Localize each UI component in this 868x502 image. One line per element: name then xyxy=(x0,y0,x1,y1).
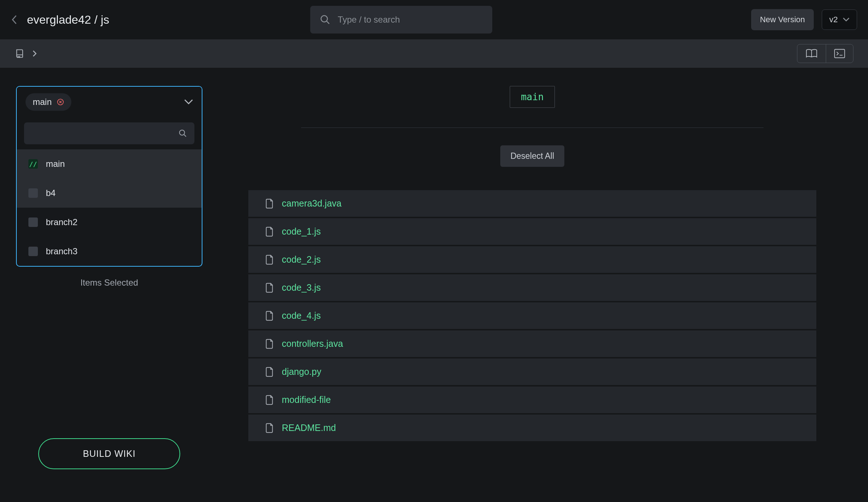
checkbox-icon[interactable] xyxy=(28,247,38,256)
terminal-view-button[interactable] xyxy=(826,44,853,63)
branch-selector-header[interactable]: main xyxy=(17,87,202,117)
file-row[interactable]: modified-file xyxy=(248,387,816,413)
file-name: modified-file xyxy=(282,395,331,405)
checkbox-icon[interactable] xyxy=(28,188,38,198)
file-icon xyxy=(266,283,274,293)
content: main Deselect All camera3d.javacode_1.js… xyxy=(218,68,868,502)
header-center xyxy=(109,6,751,34)
svg-rect-1 xyxy=(835,49,845,58)
file-icon xyxy=(266,311,274,321)
checkbox-checked-icon[interactable]: // xyxy=(28,159,38,169)
file-name: code_4.js xyxy=(282,310,321,321)
file-list: camera3d.javacode_1.jscode_2.jscode_3.js… xyxy=(248,190,816,441)
back-icon[interactable] xyxy=(11,15,18,25)
svg-point-0 xyxy=(321,16,327,22)
branch-item-label: branch2 xyxy=(46,217,78,227)
file-row[interactable]: code_1.js xyxy=(248,218,816,245)
file-name: code_3.js xyxy=(282,282,321,293)
chevron-down-icon xyxy=(843,17,849,22)
file-name: camera3d.java xyxy=(282,198,342,209)
version-label: v2 xyxy=(829,15,838,24)
main: main //mainb4branch2branch3 xyxy=(0,68,868,502)
file-icon xyxy=(266,199,274,209)
book-view-button[interactable] xyxy=(797,44,826,63)
version-dropdown[interactable]: v2 xyxy=(822,9,857,30)
branch-item-label: b4 xyxy=(46,188,56,198)
file-row[interactable]: camera3d.java xyxy=(248,190,816,217)
file-row[interactable]: controllers.java xyxy=(248,330,816,357)
deselect-all-button[interactable]: Deselect All xyxy=(500,145,564,167)
branch-item[interactable]: //main xyxy=(17,149,202,179)
file-icon xyxy=(266,339,274,349)
header: everglade42 / js New Version v2 xyxy=(0,0,868,39)
close-circle-icon[interactable] xyxy=(57,98,64,106)
file-name: controllers.java xyxy=(282,338,343,349)
file-icon xyxy=(266,395,274,405)
file-icon xyxy=(266,423,274,433)
file-icon xyxy=(266,367,274,377)
search-box[interactable] xyxy=(310,6,492,34)
branch-chip-label: main xyxy=(33,97,52,107)
file-row[interactable]: code_3.js xyxy=(248,274,816,301)
toolbar-right xyxy=(797,44,853,63)
sidebar: main //mainb4branch2branch3 xyxy=(0,68,218,502)
branch-search-row xyxy=(17,117,202,149)
branch-item[interactable]: branch3 xyxy=(17,237,202,266)
header-right: New Version v2 xyxy=(751,9,857,30)
file-icon xyxy=(266,227,274,237)
new-version-button[interactable]: New Version xyxy=(751,9,814,30)
view-toggle xyxy=(797,44,853,63)
toolbar-left xyxy=(15,48,37,59)
file-name: code_2.js xyxy=(282,254,321,265)
file-name: README.md xyxy=(282,423,336,433)
search-icon xyxy=(320,14,331,25)
branch-badge: main xyxy=(510,86,555,108)
chevron-down-icon[interactable] xyxy=(184,99,193,105)
breadcrumb-chevron-icon xyxy=(32,50,37,57)
file-row[interactable]: django.py xyxy=(248,358,816,385)
file-row[interactable]: code_2.js xyxy=(248,246,816,273)
branch-search-input[interactable] xyxy=(31,129,178,138)
file-icon xyxy=(266,255,274,265)
branch-selector: main //mainb4branch2branch3 xyxy=(16,86,202,267)
branch-item[interactable]: branch2 xyxy=(17,208,202,237)
svg-point-3 xyxy=(179,130,185,135)
repo-icon[interactable] xyxy=(15,48,25,59)
branch-item-label: branch3 xyxy=(46,246,78,256)
toolbar xyxy=(0,39,868,68)
divider xyxy=(301,128,764,128)
file-row[interactable]: README.md xyxy=(248,415,816,441)
file-row[interactable]: code_4.js xyxy=(248,302,816,329)
file-name: django.py xyxy=(282,366,321,377)
items-selected-label: Items Selected xyxy=(16,278,202,288)
checkbox-icon[interactable] xyxy=(28,217,38,227)
build-wiki-button[interactable]: BUILD WIKI xyxy=(38,438,180,469)
breadcrumb[interactable]: everglade42 / js xyxy=(27,13,109,27)
branch-chip: main xyxy=(25,93,71,111)
branch-item[interactable]: b4 xyxy=(17,179,202,208)
branch-list: //mainb4branch2branch3 xyxy=(17,149,202,266)
search-input[interactable] xyxy=(338,15,483,25)
search-icon xyxy=(178,129,187,138)
branch-item-label: main xyxy=(46,159,65,169)
file-name: code_1.js xyxy=(282,226,321,237)
branch-search[interactable] xyxy=(24,122,194,144)
